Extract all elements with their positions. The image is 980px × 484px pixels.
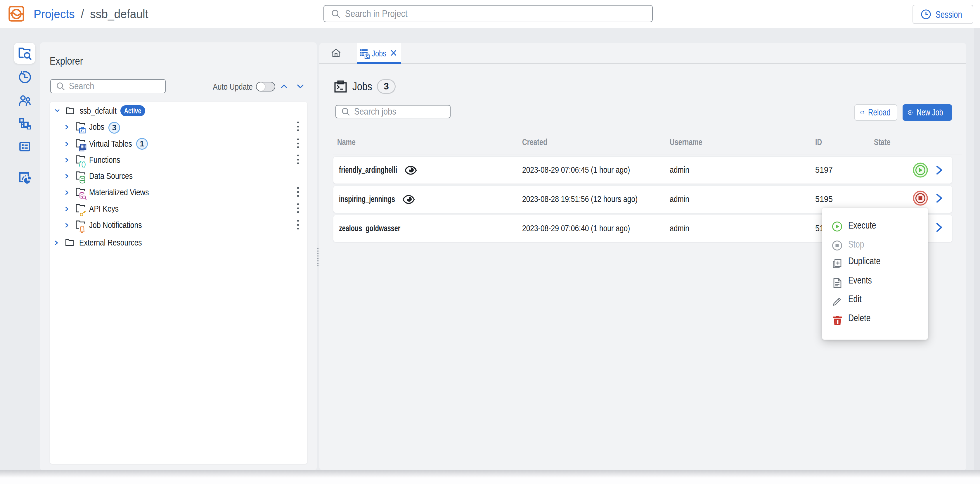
svg-text:(): () [81, 160, 86, 168]
